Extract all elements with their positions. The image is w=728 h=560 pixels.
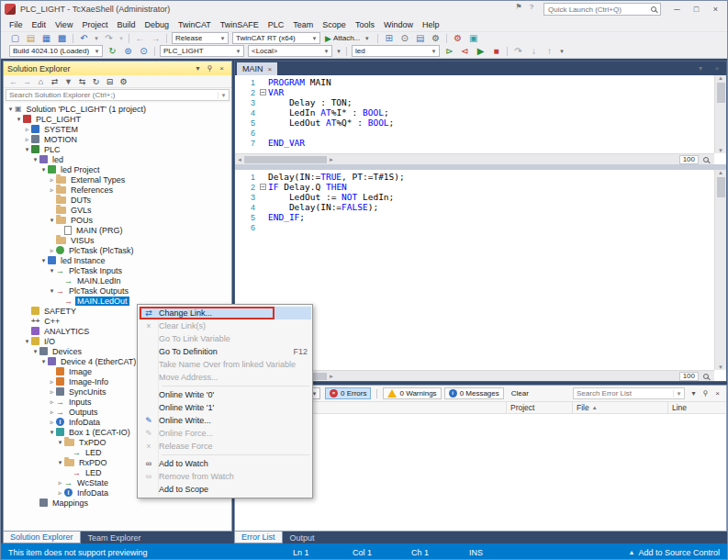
navigate-forward-icon[interactable]: → (149, 33, 162, 44)
code-text[interactable]: Delay(IN:=FALSE); (268, 202, 378, 212)
menu-project[interactable]: Project (77, 19, 112, 30)
solution-explorer-toggle-icon[interactable]: ▤ (413, 33, 427, 44)
logout-icon[interactable]: ⊲ (458, 46, 472, 57)
expand-arrow-icon[interactable]: ▹ (48, 409, 56, 416)
add-to-source-control-button[interactable]: ▲ Add to Source Control (629, 548, 721, 557)
collapse-arrow-icon[interactable]: ▾ (39, 166, 48, 174)
expand-arrow-icon[interactable]: ▹ (48, 186, 56, 194)
context-menu-item-online-write[interactable]: ✎Online Write... (139, 414, 311, 427)
dropdown-arrow-icon[interactable]: ▾ (362, 35, 372, 42)
find-in-files-icon[interactable]: ⊙ (398, 33, 411, 44)
expand-arrow-icon[interactable]: ▹ (48, 398, 56, 406)
search-dropdown-icon[interactable]: ▾ (673, 390, 684, 398)
feedback-icon[interactable]: ⚑ (512, 3, 525, 11)
solution-search-input[interactable] (9, 91, 218, 99)
pending-changes-filter-icon[interactable]: ▼ (62, 76, 75, 87)
scroll-up-icon[interactable]: ▲ (718, 75, 723, 81)
menu-scope[interactable]: Scope (318, 19, 351, 30)
zoom-level[interactable]: 100 (679, 155, 699, 164)
build-solution-icon[interactable]: ⊞ (382, 33, 396, 44)
scrollbar-thumb[interactable] (244, 156, 327, 163)
collapse-arrow-icon[interactable]: ▾ (15, 116, 23, 123)
config-mode-icon[interactable]: ⊙ (137, 46, 151, 57)
tree-item-led[interactable]: ▾led (4, 154, 231, 164)
collapse-arrow-icon[interactable]: ▾ (31, 348, 39, 355)
help-icon[interactable]: ? (525, 3, 538, 11)
menu-twincat[interactable]: TwinCAT (174, 19, 216, 30)
warnings-filter-button[interactable]: 0 Warnings (383, 387, 441, 399)
scroll-left-icon[interactable]: ◄ (237, 157, 242, 162)
quick-launch-box[interactable] (543, 3, 661, 16)
dropdown-arrow-icon[interactable]: ▾ (321, 48, 331, 55)
properties-window-icon[interactable]: ⚙ (429, 33, 442, 44)
active-plc-project-combo[interactable]: led▾ (352, 45, 440, 57)
error-list-search-box[interactable]: ▾ (573, 387, 685, 399)
scroll-down-icon[interactable]: ▼ (718, 148, 723, 153)
tree-item-system[interactable]: ▹SYSTEM (4, 124, 231, 134)
navigate-backward-icon[interactable]: ← (133, 33, 147, 44)
column-project[interactable]: Project (507, 402, 573, 413)
code-text[interactable]: LedOut := NOT LedIn; (268, 192, 394, 202)
tab-team-explorer[interactable]: Team Explorer (82, 532, 148, 543)
menu-debug[interactable]: Debug (140, 19, 174, 30)
stop-icon[interactable]: ■ (489, 46, 503, 57)
menu-tools[interactable]: Tools (351, 19, 379, 30)
context-menu-item-online-write-1[interactable]: Online Write '1' (139, 401, 311, 414)
restart-twincat-icon[interactable]: ⊚ (121, 46, 135, 57)
tree-item-plctask-plctask[interactable]: ▹PlcTask (PlcTask) (4, 245, 231, 255)
tree-item-main-ledin[interactable]: →MAIN.LedIn (4, 275, 231, 286)
collapse-arrow-icon[interactable]: ▾ (31, 156, 39, 163)
collapse-arrow-icon[interactable]: ▾ (39, 358, 48, 365)
scroll-down-icon[interactable]: ▼ (718, 364, 723, 370)
pin-icon[interactable]: ⚲ (700, 389, 711, 398)
refresh-icon[interactable]: ↻ (89, 76, 103, 87)
collapse-arrow-icon[interactable]: ▾ (56, 439, 64, 446)
expand-arrow-icon[interactable]: ▹ (48, 388, 56, 396)
open-file-icon[interactable]: ▤ (24, 33, 38, 44)
solution-search-box[interactable]: ▾ (6, 89, 230, 101)
tab-main[interactable]: MAIN × (237, 62, 277, 75)
solution-configuration-combo[interactable]: Release▾ (172, 32, 229, 44)
tree-item-solution-plc-light-1-project[interactable]: ▾▣Solution 'PLC_LIGHT' (1 project) (4, 104, 231, 114)
window-position-icon[interactable]: ▾ (192, 64, 204, 73)
code-text[interactable]: END_VAR (268, 138, 305, 148)
tree-item-external-types[interactable]: ▹External Types (4, 174, 231, 185)
expand-arrow-icon[interactable]: ▹ (48, 176, 56, 184)
menu-window[interactable]: Window (379, 19, 418, 30)
sync-with-active-document-icon[interactable]: ⇆ (75, 76, 89, 87)
collapse-arrow-icon[interactable]: ▾ (56, 459, 64, 466)
tree-item-plc[interactable]: ▾PLC (4, 144, 231, 154)
target-system-combo[interactable]: <Local>▾ (248, 45, 332, 57)
step-into-icon[interactable]: ↓ (527, 46, 541, 57)
zoom-level[interactable]: 100 (679, 372, 699, 381)
expand-arrow-icon[interactable]: ▹ (48, 419, 56, 426)
redo-dropdown-icon[interactable]: ▾ (118, 33, 125, 44)
save-icon[interactable]: ▦ (39, 33, 53, 44)
clear-button[interactable]: Clear (507, 387, 533, 399)
close-icon[interactable]: × (216, 64, 228, 73)
context-menu-item-change-link[interactable]: ⇄Change Link... (139, 307, 311, 319)
close-icon[interactable]: × (711, 389, 723, 398)
redo-icon[interactable]: ↷ (102, 33, 116, 44)
code-text[interactable]: IF Delay.Q THEN (268, 182, 347, 192)
error-list-search-input[interactable] (577, 389, 673, 398)
step-over-icon[interactable]: ↷ (511, 46, 525, 57)
code-text[interactable]: Delay : TON; (268, 97, 353, 107)
start-icon[interactable]: ▶ (474, 46, 487, 57)
context-menu-item-add-to-scope[interactable]: Add to Scope (139, 483, 311, 496)
code-text[interactable]: LedOut AT%Q* : BOOL; (268, 118, 394, 128)
collapse-all-icon[interactable]: ⊟ (103, 76, 117, 87)
new-project-icon[interactable]: ▢ (8, 33, 22, 44)
tree-item-led-instance[interactable]: ▾led Instance (4, 255, 231, 265)
dropdown-arrow-icon[interactable]: ▾ (233, 48, 243, 55)
dropdown-arrow-icon[interactable]: ▾ (92, 48, 102, 55)
twincat-toolbox-icon[interactable]: ▣ (466, 33, 480, 44)
back-icon[interactable]: ← (6, 76, 20, 87)
menu-edit[interactable]: Edit (28, 19, 51, 30)
close-icon[interactable]: × (268, 65, 273, 73)
toolbar-options-icon[interactable]: ▾ (558, 46, 566, 57)
build-version-combo[interactable]: Build 4024.10 (Loaded)▾ (9, 45, 103, 57)
scrollbar-thumb[interactable] (717, 83, 725, 103)
tree-item-plctask-outputs[interactable]: ▾→PlcTask Outputs (4, 286, 231, 296)
expand-arrow-icon[interactable]: ▹ (48, 247, 56, 254)
